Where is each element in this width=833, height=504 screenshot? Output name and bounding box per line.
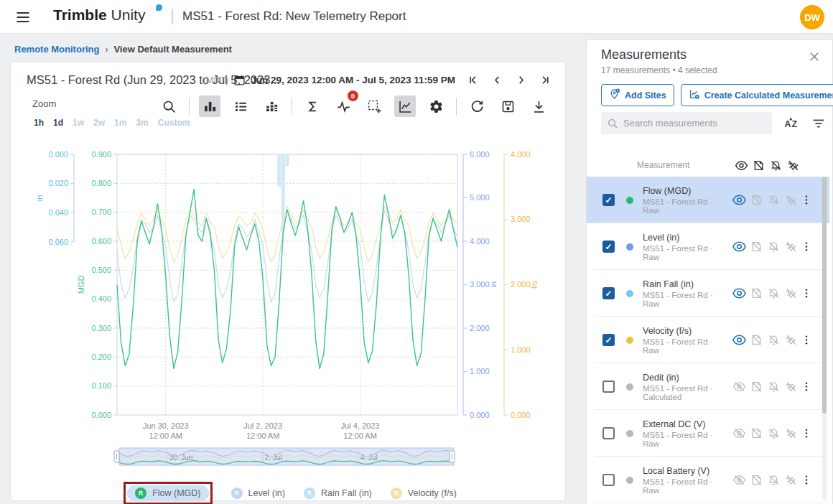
line-chart-icon[interactable] [394,95,416,117]
row-checkbox[interactable] [602,474,615,486]
legend-item-level[interactable]: RLevel (in) [231,487,285,499]
measurement-row[interactable]: Local Battery (V)MS51 - Forest Rd · Raw [587,457,829,503]
sort-az-icon[interactable]: AZ [783,116,799,131]
row-checkbox[interactable]: ✓ [602,241,615,253]
eye-slash-icon[interactable] [730,472,748,488]
note-slash-icon[interactable] [748,332,765,348]
row-menu-icon[interactable] [801,286,812,302]
row-menu-icon[interactable] [801,426,812,442]
measurement-row[interactable]: ✓Rain Fall (in)MS51 - Forest Rd · Raw [587,270,829,317]
add-sites-button[interactable]: Add Sites [601,84,674,106]
first-page-icon[interactable] [467,74,480,86]
row-checkbox[interactable] [602,381,615,393]
bell-slash-icon[interactable] [765,332,782,348]
series-color-dot [626,290,633,297]
avatar[interactable]: DW [800,5,824,29]
gear-icon[interactable] [425,95,447,117]
search-box[interactable] [601,112,772,134]
row-menu-icon[interactable] [801,379,812,395]
scrollbar-thumb[interactable] [822,177,827,414]
legend-item-velocity[interactable]: RVelocity (f/s) [391,487,457,499]
wave-slash-icon[interactable] [782,379,799,395]
pulse-icon[interactable]: 0 [332,95,354,117]
eye-icon[interactable] [730,332,748,348]
legend-item-flow[interactable]: RFlow (MGD) [124,482,212,504]
download-icon[interactable] [528,95,549,117]
last-page-icon[interactable] [539,74,551,86]
search-icon[interactable] [158,95,180,117]
chart-navigator[interactable]: 30. Jun2. Jul4. Jul [113,447,460,470]
legend-label: Velocity (f/s) [408,488,457,498]
save-icon[interactable] [497,95,518,117]
wave-slash-icon[interactable] [782,426,799,442]
wave-slash-icon[interactable] [782,472,799,488]
row-checkbox[interactable]: ✓ [602,194,615,206]
bar-chart-icon[interactable] [199,95,220,117]
breadcrumb-link[interactable]: Remote Monitoring [14,44,99,55]
eye-icon[interactable] [732,157,750,173]
toolbar-divider [456,98,457,115]
date-range-value[interactable]: Jun 29, 2023 12:00 AM - Jul 5, 2023 11:5… [251,75,455,85]
note-slash-icon[interactable] [750,157,767,173]
bell-slash-icon[interactable] [765,379,782,395]
bell-slash-icon[interactable] [765,426,782,442]
bell-slash-icon[interactable] [765,472,782,488]
navigator-handle-right[interactable] [450,451,455,462]
chart-area[interactable]: 0.0000.1000.2000.3000.4000.5000.6000.700… [29,143,551,450]
navigator-handle-left[interactable] [114,451,119,462]
row-menu-icon[interactable] [801,332,812,348]
list-icon[interactable] [230,95,251,117]
note-slash-icon[interactable] [748,426,765,442]
filter-icon[interactable] [811,116,827,131]
prev-page-icon[interactable] [491,74,503,86]
wave-slash-icon[interactable] [782,192,799,208]
row-checkbox[interactable] [602,427,615,439]
measurement-row[interactable]: Dedit (in)MS51 - Forest Rd · Calculated [587,363,829,410]
zoom-preset-1d[interactable]: 1d [53,118,63,128]
zoom-preset-1h[interactable]: 1h [34,118,44,128]
eye-slash-icon[interactable] [730,379,748,395]
stacked-bar-icon[interactable] [261,95,282,117]
legend-item-rain[interactable]: RRain Fall (in) [304,487,372,499]
legend-series-badge: R [135,487,146,499]
row-menu-icon[interactable] [801,472,812,488]
note-slash-icon[interactable] [748,472,765,488]
row-divider [594,503,825,503]
wave-slash-icon[interactable] [782,286,799,302]
note-slash-icon[interactable] [748,286,765,302]
measurement-row[interactable]: ✓Velocity (f/s)MS51 - Forest Rd · Raw [587,317,829,363]
note-slash-icon[interactable] [748,192,765,208]
next-page-icon[interactable] [515,74,527,86]
refresh-icon[interactable] [466,95,488,117]
marquee-add-icon[interactable] [363,95,385,117]
note-slash-icon[interactable] [748,379,765,395]
wave-slash-icon[interactable] [782,239,799,255]
wave-slash-icon[interactable] [782,332,799,348]
sigma-icon[interactable] [302,95,323,117]
menu-icon[interactable] [14,9,32,26]
close-icon[interactable] [808,50,821,63]
search-input[interactable] [623,118,760,129]
create-calculated-measurement-button[interactable]: Create Calculated Measurement [681,84,833,106]
row-menu-icon[interactable] [801,239,812,255]
measurement-row[interactable]: ✓Level (in)MS51 - Forest Rd · Raw [587,223,829,270]
bell-slash-icon[interactable] [765,239,782,255]
eye-icon[interactable] [730,286,748,302]
calendar-icon[interactable] [233,74,246,86]
bell-slash-icon[interactable] [767,157,784,173]
scrollbar-track[interactable] [822,177,827,500]
svg-text:0.700: 0.700 [91,207,111,216]
wave-slash-icon[interactable] [784,157,801,173]
bell-slash-icon[interactable] [765,192,782,208]
eye-icon[interactable] [730,192,748,208]
row-checkbox[interactable]: ✓ [602,287,615,299]
bell-slash-icon[interactable] [765,286,782,302]
eye-icon[interactable] [730,239,748,255]
eye-slash-icon[interactable] [730,426,748,442]
row-checkbox[interactable]: ✓ [602,334,615,346]
measurement-row[interactable]: External DC (V)MS51 - Forest Rd · Raw [587,410,829,457]
row-menu-icon[interactable] [801,192,812,208]
measurement-row[interactable]: ✓Flow (MGD)MS51 - Forest Rd · Raw [587,177,829,223]
note-slash-icon[interactable] [748,239,765,255]
legend-series-badge: R [304,487,315,499]
